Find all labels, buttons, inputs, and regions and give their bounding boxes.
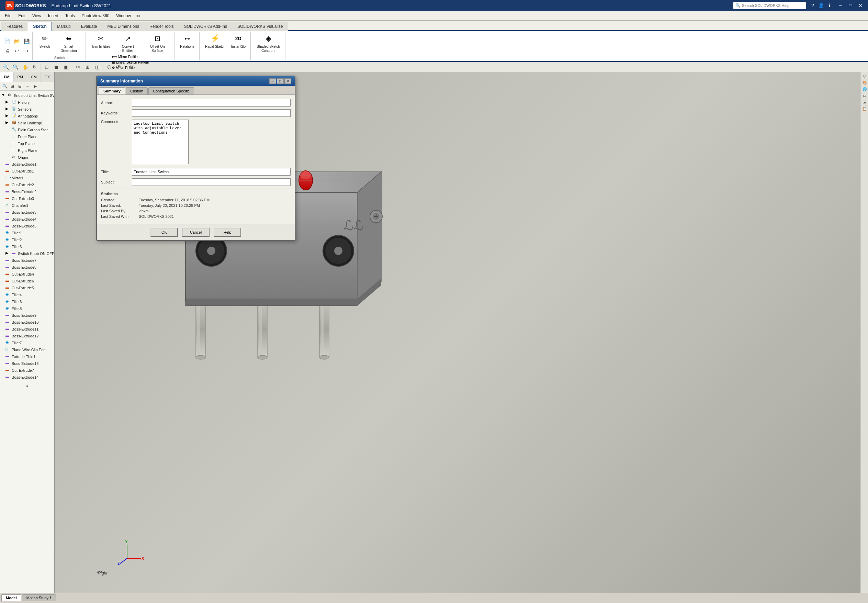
keywords-input[interactable] <box>132 109 290 117</box>
tree-item-boss-extrude7[interactable]: ▬ Boss-Extrude7 <box>0 257 54 264</box>
tree-item-fillet4[interactable]: ◉ Fillet4 <box>0 291 54 298</box>
shaded-sketch-button[interactable]: ◈ Shaded Sketch Contours <box>254 32 283 54</box>
appearances-icon[interactable]: 🎨 <box>862 79 868 85</box>
subject-input[interactable] <box>132 178 290 186</box>
view-orientation-icon[interactable]: ⊞ <box>83 63 92 71</box>
print-icon[interactable]: 🖨 <box>3 46 12 55</box>
mirror-entities-button[interactable]: ⟺ Mirror Entities <box>110 54 150 59</box>
tab-evaluate[interactable]: Evaluate <box>76 22 102 31</box>
minimize-button[interactable]: ─ <box>836 2 845 9</box>
tree-item-sensors[interactable]: ▶ 📡 Sensors <box>0 106 54 113</box>
tree-item-top-plane[interactable]: □ Top Plane <box>0 140 54 147</box>
tree-item-boss-extrude12[interactable]: ▬ Boss-Extrude12 <box>0 332 54 339</box>
standard-views-icon[interactable]: ◫ <box>93 63 102 71</box>
tree-item-boss-extrude8[interactable]: ▬ Boss-Extrude8 <box>0 264 54 271</box>
tab-features[interactable]: Features <box>2 22 28 31</box>
redo-icon[interactable]: ↪ <box>22 46 31 55</box>
instant2d-button[interactable]: 2D Instant2D <box>229 32 248 49</box>
cancel-button[interactable]: Cancel <box>182 228 210 237</box>
tree-item-fillet2[interactable]: ◉ Fillet2 <box>0 237 54 243</box>
display-delete-relations-button[interactable]: ⊷ Relations <box>178 32 196 49</box>
tree-item-fillet3[interactable]: ◉ Fillet3 <box>0 243 54 250</box>
offset-surface-button[interactable]: ⊡ Offset On Surface <box>143 32 171 54</box>
user-icon[interactable]: 👤 <box>817 2 825 9</box>
tree-item-boss-extrude5[interactable]: ▬ Boss-Extrude5 <box>0 223 54 229</box>
dialog-tab-config[interactable]: Configuration Specific <box>148 87 194 94</box>
tree-item-boss-extrude2[interactable]: ▬ Boss-Extrude2 <box>0 188 54 195</box>
view-palette-icon[interactable]: ⬡ <box>862 73 868 79</box>
pan-icon[interactable]: ✋ <box>21 63 29 71</box>
tree-item-fillet1[interactable]: ◉ Fillet1 <box>0 229 54 237</box>
section-view-icon[interactable]: ✂ <box>74 63 82 71</box>
search-icon[interactable]: 🔍 <box>2 63 10 71</box>
tab-render[interactable]: Render Tools <box>144 22 179 31</box>
tree-item-mirror1[interactable]: ⟺ Mirror1 <box>0 175 54 181</box>
tab-markup[interactable]: Markup <box>52 22 76 31</box>
comments-textarea[interactable]: Endstop Limit Switch with adjustable Lev… <box>132 119 188 164</box>
tree-item-boss-extrude11[interactable]: ▬ Boss-Extrude11 <box>0 326 54 332</box>
tab-visualize[interactable]: SOLIDWORKS Visualize <box>232 22 288 31</box>
help-search-box[interactable]: 🔍 <box>733 2 806 9</box>
tab-sketch[interactable]: Sketch <box>28 22 51 31</box>
tree-item-history[interactable]: ▶ 🕐 History <box>0 99 54 106</box>
dialog-tab-custom[interactable]: Custom <box>126 87 148 94</box>
menu-more[interactable]: ≫ <box>136 13 141 19</box>
open-file-icon[interactable]: 📂 <box>12 37 21 46</box>
scroll-to-feature-icon[interactable]: ▶ <box>32 83 39 90</box>
author-input[interactable] <box>132 99 290 107</box>
decals-icon[interactable]: 🏷 <box>862 93 868 99</box>
undo-icon[interactable]: ↩ <box>12 46 21 55</box>
tree-item-cut-extrude5[interactable]: ▬ Cut-Extrude5 <box>0 284 54 291</box>
tree-item-right-plane[interactable]: □ Right Plane <box>0 147 54 154</box>
tree-item-fillet6[interactable]: ◉ Fillet6 <box>0 298 54 305</box>
tree-item-front-plane[interactable]: □ Front Plane <box>0 133 54 140</box>
dialog-maximize-button[interactable]: □ <box>277 78 284 84</box>
help-icon[interactable]: ? <box>809 2 817 9</box>
tree-item-chamfer1[interactable]: ◇ Chamfer1 <box>0 202 54 209</box>
tree-item-boss-extrude14[interactable]: ▬ Boss-Extrude14 <box>0 374 54 381</box>
title-input[interactable] <box>132 168 290 176</box>
panel-tab-dim-xpert[interactable]: DX <box>41 72 55 82</box>
panel-tab-feature-manager[interactable]: FM <box>0 72 14 82</box>
tree-item-boss-extrude3[interactable]: ▬ Boss-Extrude3 <box>0 209 54 216</box>
menu-tools[interactable]: Tools <box>62 12 78 20</box>
tree-item-extrude-thin1[interactable]: ▬ Extrude-Thin1 <box>0 353 54 360</box>
menu-photoview[interactable]: PhotoView 360 <box>78 12 113 20</box>
tree-item-switch-knob[interactable]: ▶ ▬ Switch Knob ON OFF <box>0 250 54 257</box>
tab-addins[interactable]: SOLIDWORKS Add-Ins <box>179 22 232 31</box>
maximize-button[interactable]: □ <box>846 2 855 9</box>
3d-content-icon[interactable]: ☁ <box>862 99 868 105</box>
menu-insert[interactable]: Insert <box>45 12 62 20</box>
panel-tab-property-manager[interactable]: PM <box>14 72 28 82</box>
sketch-button[interactable]: ✏ Sketch <box>36 32 53 49</box>
tree-item-boss-extrude13[interactable]: ▬ Boss-Extrude13 <box>0 360 54 367</box>
zoom-in-icon[interactable]: 🔍 <box>11 63 20 71</box>
tree-item-cut-extrude3[interactable]: ▬ Cut-Extrude3 <box>0 195 54 202</box>
tree-item-fillet5[interactable]: ◉ Fillet5 <box>0 305 54 312</box>
tree-item-origin[interactable]: ⊕ Origin <box>0 154 54 161</box>
convert-entities-button[interactable]: ↗ Convert Entities <box>114 32 142 54</box>
rapid-sketch-button[interactable]: ⚡ Rapid Sketch <box>203 32 227 49</box>
new-file-icon[interactable]: 📄 <box>3 37 12 46</box>
viewport[interactable]: 5A 250VAC ℒℒ <box>55 72 860 593</box>
dialog-tab-summary[interactable]: Summary <box>99 87 125 94</box>
filter-icon[interactable]: 🔍 <box>2 83 8 90</box>
menu-window[interactable]: Window <box>113 12 134 20</box>
shaded-icon[interactable]: ◼ <box>52 63 61 71</box>
tree-item-solid-bodies[interactable]: ▶ 📦 Solid Bodies(8) <box>0 119 54 127</box>
menu-file[interactable]: File <box>2 12 15 20</box>
tree-item-boss-extrude10[interactable]: ▬ Boss-Extrude10 <box>0 319 54 326</box>
panel-tab-config-manager[interactable]: CM <box>27 72 41 82</box>
tree-item-fillet7[interactable]: ◉ Fillet7 <box>0 339 54 346</box>
rotate-icon[interactable]: ↻ <box>30 63 39 71</box>
tree-item-plane-wire[interactable]: □ Plane Wire Clip End <box>0 346 54 353</box>
tree-options-icon[interactable]: ⋯ <box>24 83 31 90</box>
close-button[interactable]: ✕ <box>856 2 865 9</box>
scroll-down-icon[interactable]: ▼ <box>23 382 32 391</box>
custom-properties-icon[interactable]: 📋 <box>862 105 868 112</box>
tree-item-boss-extrude4[interactable]: ▬ Boss-Extrude4 <box>0 216 54 223</box>
display-type-icon[interactable]: ⬡ <box>105 63 114 71</box>
tree-item-material[interactable]: 🔧 Plain Carbon Steel <box>0 127 54 133</box>
tree-item-cut-extrude1[interactable]: ▬ Cut-Extrude1 <box>0 168 54 175</box>
ok-button[interactable]: OK <box>150 228 178 237</box>
